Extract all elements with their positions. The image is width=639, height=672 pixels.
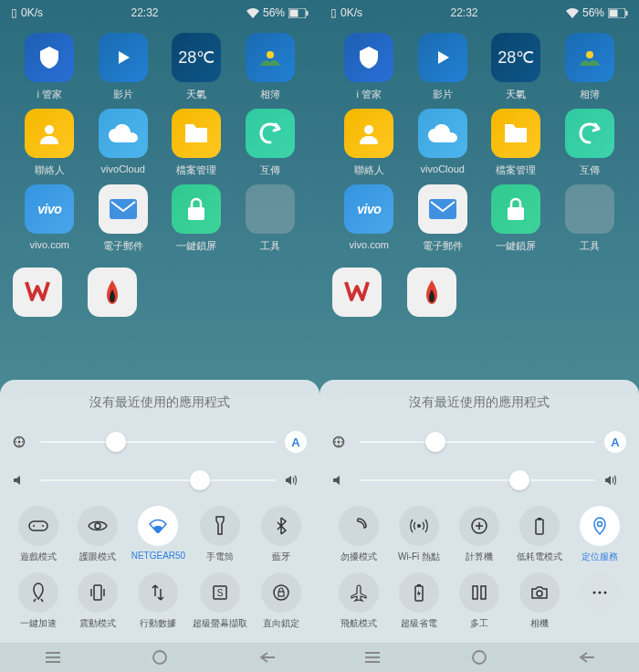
toggle-game-mode[interactable]: 遊戲模式 [13, 506, 65, 563]
app-vivocom[interactable]: vivovivo.com [13, 184, 87, 253]
app-tools-folder[interactable]: 工具 [553, 184, 627, 253]
volume-slider[interactable] [40, 467, 276, 493]
app-label: 相簿 [260, 88, 280, 101]
svg-point-10 [33, 525, 35, 527]
toggle-speedup[interactable]: 一鍵加速 [13, 572, 65, 630]
toggle-multitask[interactable]: 多工 [453, 572, 506, 630]
toggle-low-power[interactable]: 低耗電模式 [513, 506, 566, 563]
toggle-vibrate[interactable]: 震動模式 [72, 572, 124, 630]
app-vivocloud[interactable]: vivoCloud [406, 109, 480, 177]
app-label: 工具 [580, 239, 600, 253]
svg-rect-5 [110, 199, 137, 219]
app-video[interactable]: 影片 [406, 33, 480, 101]
app-files[interactable]: 檔案管理 [160, 109, 234, 177]
toggle-bluetooth[interactable]: 藍牙 [255, 506, 307, 563]
toggle-hotspot[interactable]: Wi-Fi 熱點 [393, 506, 445, 563]
toggle-dnd[interactable]: 勿擾模式 [332, 506, 385, 563]
toggle-location[interactable]: 定位服務 [573, 506, 626, 563]
svg-text:S: S [217, 588, 224, 598]
status-bar: ▯ 0K/s 22:32 56% [320, 0, 639, 26]
nav-back[interactable] [248, 648, 285, 667]
svg-rect-17 [278, 592, 284, 596]
app-email[interactable]: 電子郵件 [87, 184, 161, 253]
app-album[interactable]: 相簿 [553, 33, 627, 101]
app-label: 相簿 [580, 88, 600, 101]
app-weather[interactable]: 28℃天氣 [479, 33, 553, 101]
toggle-portrait-lock[interactable]: 直向鎖定 [255, 572, 307, 630]
app-label: vivo.com [350, 239, 389, 250]
toggle-airplane[interactable]: 飛航模式 [332, 572, 385, 630]
toggle-label: 飛航模式 [340, 617, 377, 630]
apps-partial-row [320, 260, 639, 324]
wifi-icon [246, 8, 259, 18]
panel-title: 沒有最近使用的應用程式 [332, 394, 626, 411]
volume-slider[interactable] [360, 467, 595, 493]
nav-recents[interactable] [35, 648, 71, 667]
battery-pct: 56% [582, 6, 604, 19]
auto-brightness-toggle[interactable]: A [604, 431, 626, 453]
toggle-label: 藍牙 [272, 551, 290, 563]
auto-brightness-toggle[interactable]: A [285, 431, 307, 453]
toggle-super-power-save[interactable]: 超級省電 [393, 572, 445, 630]
app-video[interactable]: 影片 [87, 33, 161, 101]
toggle-camera[interactable]: 相機 [513, 572, 566, 630]
nav-recents[interactable] [354, 648, 391, 667]
toggle-label: 直向鎖定 [263, 617, 299, 630]
svg-rect-20 [609, 9, 617, 16]
app-wps[interactable] [13, 268, 62, 317]
nav-home[interactable] [141, 648, 178, 667]
app-email[interactable]: 電子郵件 [406, 184, 480, 253]
app-share[interactable]: 互傳 [234, 109, 308, 177]
svg-point-40 [604, 592, 607, 594]
brightness-icon [332, 436, 351, 448]
clock: 22:32 [450, 6, 477, 19]
toggle-label: 低耗電模式 [517, 551, 562, 563]
toggle-screenshot[interactable]: S超級螢幕擷取 [193, 572, 247, 630]
svg-rect-31 [538, 518, 541, 520]
app-share[interactable]: 互傳 [553, 109, 627, 177]
app-weather[interactable]: 28℃天氣 [160, 33, 234, 101]
quick-settings-panel: 沒有最近使用的應用程式 A 勿擾模式 Wi-Fi 熱點 計算機 低耗電模式 定位… [320, 380, 639, 643]
svg-point-12 [95, 523, 100, 529]
nav-back[interactable] [568, 648, 604, 667]
volume-slider-row [13, 467, 307, 493]
app-vivocom[interactable]: vivovivo.com [332, 184, 406, 253]
app-imanager[interactable]: i 管家 [13, 33, 87, 101]
app-fire[interactable] [88, 268, 137, 317]
quick-settings-panel: 沒有最近使用的應用程式 A 遊戲模式 護眼模式 NETGEAR50 手電筒 藍牙… [0, 380, 320, 643]
app-vivocloud[interactable]: vivoCloud [87, 109, 161, 177]
toggle-label: NETGEAR50 [131, 551, 185, 561]
toggle-label: 遊戲模式 [20, 551, 57, 563]
svg-rect-13 [94, 585, 101, 600]
nosim-icon: ▯ [11, 6, 17, 19]
toggle-eye-protection[interactable]: 護眼模式 [72, 506, 124, 563]
svg-rect-1 [289, 9, 298, 16]
brightness-slider[interactable] [360, 429, 595, 455]
app-imanager[interactable]: i 管家 [332, 33, 406, 101]
toggle-label: 相機 [530, 617, 549, 630]
app-label: 影片 [113, 88, 133, 101]
app-tools-folder[interactable]: 工具 [234, 184, 308, 253]
app-lockscreen[interactable]: 一鍵鎖屏 [479, 184, 553, 253]
toggle-wifi[interactable]: NETGEAR50 [131, 506, 185, 563]
app-wps[interactable] [332, 268, 382, 317]
toggle-flashlight[interactable]: 手電筒 [193, 506, 247, 563]
toggle-more[interactable] [573, 572, 626, 630]
toggle-mobile-data[interactable]: 行動數據 [131, 572, 185, 630]
app-contacts[interactable]: 聯絡人 [332, 109, 406, 177]
nav-home[interactable] [461, 648, 498, 667]
battery-icon [608, 8, 628, 18]
svg-rect-9 [29, 521, 47, 530]
battery-icon [288, 8, 309, 18]
brightness-slider[interactable] [40, 429, 276, 455]
app-label: i 管家 [37, 88, 63, 101]
toggle-calculator[interactable]: 計算機 [453, 506, 506, 563]
app-album[interactable]: 相簿 [234, 33, 308, 101]
app-files[interactable]: 檔案管理 [479, 109, 553, 177]
svg-rect-24 [429, 199, 456, 219]
clock: 22:32 [131, 6, 158, 19]
svg-point-38 [593, 592, 596, 594]
app-contacts[interactable]: 聯絡人 [13, 109, 87, 177]
app-lockscreen[interactable]: 一鍵鎖屏 [160, 184, 234, 253]
app-fire[interactable] [407, 268, 456, 317]
